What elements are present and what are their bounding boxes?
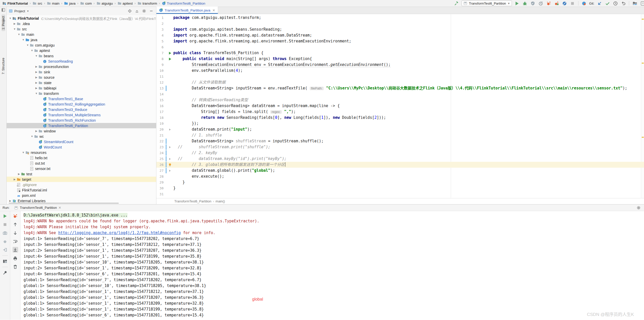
breadcrumb-item-java[interactable]: java — [63, 1, 76, 6]
chevron-down-icon[interactable]: ▼ — [21, 151, 25, 154]
prev-occurrence-button[interactable] — [13, 222, 18, 227]
tree-item-sensorreading[interactable]: CSensorReading — [7, 59, 156, 64]
chevron-down-icon[interactable]: ▼ — [26, 44, 30, 47]
sidebar-tab-project[interactable]: 1: Project — [2, 15, 5, 31]
tool-window-switcher-icon[interactable] — [1, 8, 5, 12]
restart-debug-button[interactable] — [2, 238, 8, 244]
tree-item-flinktutorial[interactable]: ▼FlinkTutorialC:\Users\MyPc\Desktop\尚硅谷大… — [7, 16, 156, 21]
gear-icon[interactable] — [141, 8, 147, 14]
chevron-right-icon[interactable]: ▶ — [8, 199, 12, 202]
tree-item-transformtest4-multiplestreams[interactable]: CTransformTest4_MultipleStreams — [7, 112, 156, 118]
code-line-4[interactable]: 4import org.apache.flink.streaming.api.d… — [156, 32, 644, 38]
collapse-all-icon[interactable] — [134, 8, 140, 14]
profiler-button[interactable] — [538, 1, 544, 6]
sidebar-tab-structure[interactable]: 7: Structure — [2, 56, 5, 76]
chevron-down-icon[interactable]: ▼ — [13, 28, 17, 30]
tree-item-src[interactable]: ▼src — [7, 26, 156, 32]
tree-item-out-txt[interactable]: out.txt — [7, 161, 156, 166]
tree-item-processfunction[interactable]: ▶processfunction — [7, 64, 156, 69]
intention-bulb-icon[interactable] — [168, 163, 172, 167]
run-button[interactable] — [514, 1, 520, 6]
debug-button[interactable] — [522, 1, 528, 6]
restore-layout-button[interactable] — [2, 258, 8, 264]
build-hammer-icon[interactable] — [454, 1, 459, 6]
detach-button[interactable] — [2, 247, 8, 253]
soft-wrap-button[interactable] — [13, 238, 18, 244]
code-line-5[interactable]: 5import org.apache.flink.streaming.api.e… — [156, 38, 644, 44]
history-button[interactable] — [613, 1, 618, 6]
code-line-2[interactable]: 2 — [156, 21, 644, 27]
code-line-15[interactable]: 15 // 转换成SensorReading类型 — [156, 97, 644, 103]
code-line-6[interactable]: 6 — [156, 44, 644, 50]
stop-button[interactable] — [2, 222, 8, 227]
tree-item-com-atguigu[interactable]: ▼com.atguigu — [7, 42, 156, 48]
vcs-update-button[interactable] — [597, 1, 602, 6]
pin-tab-button[interactable] — [2, 270, 8, 276]
clear-all-button[interactable] — [13, 264, 18, 269]
run-line-icon[interactable] — [168, 51, 172, 55]
breadcrumb-item-apitest[interactable]: apitest — [117, 1, 134, 6]
tree-item-transformtest2-rollingaggregation[interactable]: CTransformTest2_RollingAggregation — [7, 101, 156, 107]
console-output[interactable]: D:\JavaSoftWare\jdk1.8.0_152\bin\java.ex… — [20, 211, 644, 320]
tree-item-target[interactable]: ▶target — [7, 177, 156, 182]
vcs-commit-button[interactable] — [605, 1, 610, 6]
tree-item-wordcount[interactable]: CWordCount — [7, 144, 156, 150]
run-with-coverage-button[interactable] — [562, 1, 567, 6]
locate-file-icon[interactable] — [127, 8, 133, 14]
rerun-button[interactable] — [2, 213, 8, 219]
code-line-29[interactable]: 29 } — [156, 179, 644, 185]
tree-item-flinktutorial-iml[interactable]: FlinkTutorial.iml — [7, 187, 156, 193]
horizontal-scrollbar[interactable] — [9, 203, 119, 204]
fold-arrow-icon[interactable] — [168, 145, 172, 149]
run-tab[interactable]: TransformTest6_Partition ✕ — [12, 205, 63, 210]
project-view-selector[interactable]: Project▼ — [9, 9, 29, 13]
tree-item-transformtest6-partition[interactable]: CTransformTest6_Partition — [7, 123, 156, 128]
tree-item-sensor-txt[interactable]: sensor.txt — [7, 166, 156, 171]
tree-item-java[interactable]: ▼java — [7, 37, 156, 42]
print-button[interactable] — [13, 255, 18, 261]
code-line-7[interactable]: 7public class TransformTest6_Partition { — [156, 50, 644, 56]
next-occurrence-button[interactable] — [13, 230, 18, 236]
code-line-26[interactable]: 26 // 3. global把所有的数据发送到下游的第一个分区 — [156, 162, 644, 168]
breadcrumb-class[interactable]: TransformTest6_Partition — [174, 199, 211, 203]
chevron-right-icon[interactable]: ▶ — [34, 81, 38, 84]
code-editor[interactable]: 1package com.atguigu.apitest.transform;2… — [156, 14, 644, 198]
chevron-down-icon[interactable]: ▼ — [34, 92, 38, 95]
tree-item-resources[interactable]: ▼resources — [7, 150, 156, 155]
hide-panel-icon[interactable] — [148, 8, 154, 14]
close-icon[interactable]: ✕ — [58, 206, 61, 210]
breadcrumb-item-atguigu[interactable]: atguigu — [96, 1, 114, 6]
code-line-3[interactable]: 3import com.atguigu.apitest.beans.Sensor… — [156, 27, 644, 32]
code-line-22[interactable]: 22 DataStream<String> shuffleStream = in… — [156, 138, 644, 144]
chevron-right-icon[interactable]: ▶ — [17, 173, 21, 175]
chevron-down-icon[interactable]: ▼ — [30, 49, 34, 52]
chevron-right-icon[interactable]: ▶ — [34, 130, 38, 132]
chevron-down-icon[interactable]: ▼ — [17, 33, 21, 36]
tree-item-transformtest3-reduce[interactable]: CTransformTest3_Reduce — [7, 107, 156, 112]
chevron-right-icon[interactable]: ▶ — [34, 76, 38, 79]
tree-item-source[interactable]: ▶source — [7, 75, 156, 80]
code-line-25[interactable]: 25 // dataStream.keyBy("id").print("keyB… — [156, 156, 644, 162]
editor-tab[interactable]: C TransformTest6_Partition.java ✕ — [156, 7, 218, 14]
ide-services-icon[interactable] — [581, 1, 587, 6]
chevron-down-icon[interactable]: ▼ — [8, 17, 12, 20]
fold-arrow-icon[interactable] — [168, 157, 172, 161]
chevron-right-icon[interactable]: ▶ — [34, 87, 38, 89]
rollback-button[interactable] — [620, 1, 626, 6]
tree-item-apitest[interactable]: ▼apitest — [7, 48, 156, 53]
tree-item-beans[interactable]: ▼beans — [7, 53, 156, 59]
tree-item-transformtest1-base[interactable]: CTransformTest1_Base — [7, 96, 156, 101]
fold-arrow-icon[interactable] — [168, 128, 172, 132]
close-icon[interactable]: ✕ — [212, 8, 215, 12]
code-line-11[interactable]: 11 — [156, 74, 644, 79]
tree-item-transform[interactable]: ▼transform — [7, 91, 156, 96]
tree-item-state[interactable]: ▶state — [7, 80, 156, 85]
code-line-13[interactable]: 13 DataStream<String> inputStream = env.… — [156, 85, 644, 91]
tree-item-tableapi[interactable]: ▶tableapi — [7, 85, 156, 91]
gear-icon[interactable] — [636, 205, 641, 211]
stop-button[interactable] — [570, 1, 575, 6]
breadcrumb-item-transform[interactable]: transform — [137, 1, 158, 6]
chevron-right-icon[interactable]: ▶ — [34, 71, 38, 73]
code-line-27[interactable]: 27 dataStream.global().print("global"); — [156, 168, 644, 174]
code-line-20[interactable]: 20 dataStream.print("input"); — [156, 127, 644, 132]
